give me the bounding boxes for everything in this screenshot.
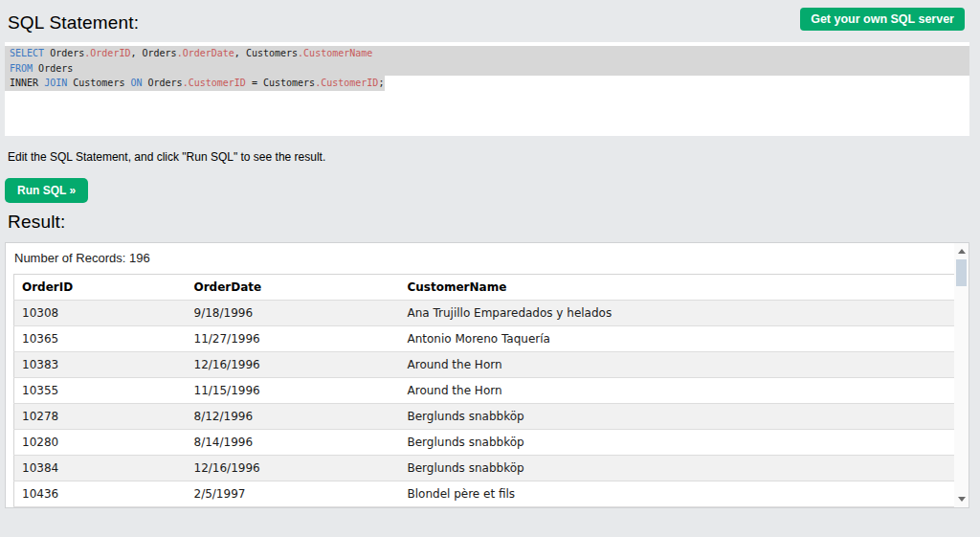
table-cell: 2/5/1997 xyxy=(187,481,400,507)
code-line: FROM Orders xyxy=(5,61,969,77)
table-body: 103089/18/1996Ana Trujillo Emparedados y… xyxy=(14,301,957,507)
get-sql-server-button[interactable]: Get your own SQL server xyxy=(800,8,965,31)
run-sql-button[interactable]: Run SQL » xyxy=(5,178,88,203)
table-row: 102788/12/1996Berglunds snabbköp xyxy=(14,404,957,430)
triangle-up-icon xyxy=(958,249,966,254)
table-cell: Around the Horn xyxy=(400,352,957,378)
column-header: CustomerName xyxy=(400,275,957,301)
table-cell: 10280 xyxy=(14,430,187,456)
table-cell: 10383 xyxy=(14,352,187,378)
table-row: 103089/18/1996Ana Trujillo Emparedados y… xyxy=(14,301,957,326)
tryit-editor-page: SQL Statement: Get your own SQL server S… xyxy=(0,0,980,537)
table-cell: 11/15/1996 xyxy=(187,378,400,404)
table-cell: 10384 xyxy=(14,456,187,481)
table-cell: 8/12/1996 xyxy=(187,404,400,430)
table-header-row: OrderIDOrderDateCustomerName xyxy=(14,275,957,301)
table-cell: Blondel père et fils xyxy=(400,481,957,507)
table-cell: 9/18/1996 xyxy=(187,301,400,326)
scrollbar-thumb[interactable] xyxy=(956,259,967,286)
table-cell: Berglunds snabbköp xyxy=(400,404,957,430)
table-row: 1038312/16/1996Around the Horn xyxy=(14,352,957,378)
sql-statement-title: SQL Statement: xyxy=(8,12,139,34)
table-cell: 10365 xyxy=(14,326,187,352)
table-row: 104362/5/1997Blondel père et fils xyxy=(14,481,957,507)
table-row: 1038412/16/1996Berglunds snabbköp xyxy=(14,456,957,481)
table-cell: 10355 xyxy=(14,378,187,404)
table-row: 1035511/15/1996Around the Horn xyxy=(14,378,957,404)
column-header: OrderID xyxy=(14,275,187,301)
table-cell: Ana Trujillo Emparedados y helados xyxy=(400,301,957,326)
scroll-down-arrow[interactable] xyxy=(954,492,969,506)
result-scrollbar[interactable] xyxy=(954,243,969,507)
table-row: 102808/14/1996Berglunds snabbköp xyxy=(14,430,957,456)
triangle-down-icon xyxy=(958,497,966,502)
table-cell: Berglunds snabbköp xyxy=(400,430,957,456)
table-row: 1036511/27/1996Antonio Moreno Taquería xyxy=(14,326,957,352)
table-cell: 12/16/1996 xyxy=(187,352,400,378)
table-cell: 12/16/1996 xyxy=(187,456,400,481)
code-line: INNER JOIN Customers ON Orders.CustomerI… xyxy=(5,76,969,91)
table-cell: Around the Horn xyxy=(400,378,957,404)
code-area: SELECT Orders.OrderID, Orders.OrderDate,… xyxy=(5,46,969,91)
table-cell: 10308 xyxy=(14,301,187,326)
table-cell: Berglunds snabbköp xyxy=(400,456,957,481)
code-line: SELECT Orders.OrderID, Orders.OrderDate,… xyxy=(5,46,969,61)
result-table: OrderIDOrderDateCustomerName 103089/18/1… xyxy=(13,274,957,507)
table-cell: 11/27/1996 xyxy=(187,326,400,352)
column-header: OrderDate xyxy=(187,275,400,301)
sql-code-editor[interactable]: SELECT Orders.OrderID, Orders.OrderDate,… xyxy=(5,42,969,136)
table-cell: 10278 xyxy=(14,404,187,430)
scroll-up-arrow[interactable] xyxy=(954,244,969,258)
instructions-text: Edit the SQL Statement, and click "Run S… xyxy=(8,150,325,164)
record-count: Number of Records: 196 xyxy=(14,251,969,265)
result-title: Result: xyxy=(8,212,66,233)
table-cell: 8/14/1996 xyxy=(187,430,400,456)
table-cell: 10436 xyxy=(14,481,187,507)
table-cell: Antonio Moreno Taquería xyxy=(400,326,957,352)
result-panel: Number of Records: 196 OrderIDOrderDateC… xyxy=(5,242,969,508)
